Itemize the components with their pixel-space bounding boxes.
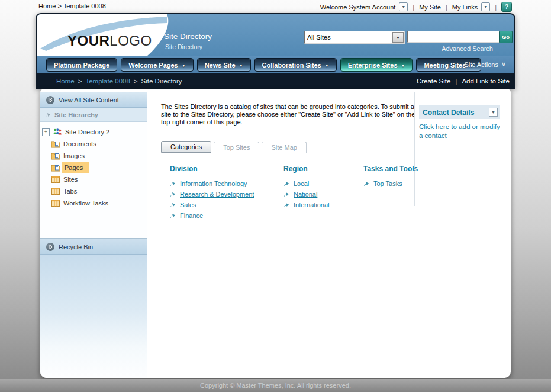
category-link-row: Finance	[170, 210, 254, 221]
view-all-label: View All Site Content	[59, 97, 119, 104]
category-link-row: Local	[283, 178, 330, 189]
top-navigation: Platinum Package Welcome Pages ▼ News Si…	[37, 56, 514, 73]
tab-news-site[interactable]: News Site ▼	[197, 58, 251, 72]
category-link-sales[interactable]: Sales	[180, 201, 196, 208]
site-actions-menu[interactable]: Site Actions ∨	[464, 60, 506, 68]
breadcrumb-current: Site Directory	[141, 78, 182, 85]
search-input[interactable]	[407, 31, 500, 43]
search-scope-value: All Sites	[305, 34, 392, 41]
page-container: YOURLOGO Site Directory Site Directory A…	[36, 13, 515, 378]
breadcrumb-bar: Home > Template 0008 > Site Directory Cr…	[36, 73, 515, 89]
category-link-row: Sales	[170, 200, 254, 210]
site-actions-label: Site Actions	[464, 61, 498, 68]
category-link-research-development[interactable]: Research & Development	[180, 191, 254, 198]
tab-collaboration-sites[interactable]: Collaboration Sites ▼	[254, 58, 337, 72]
tree-item-label[interactable]: Pages	[62, 162, 89, 173]
separator: >	[134, 78, 138, 85]
site-header: YOURLOGO Site Directory Site Directory A…	[37, 14, 514, 56]
tree-item-label[interactable]: Workflow Tasks	[63, 200, 108, 207]
tab-site-map[interactable]: Site Map	[262, 142, 306, 153]
expand-plus-icon[interactable]: +	[42, 128, 50, 136]
tree-item-label[interactable]: Tabs	[63, 188, 77, 195]
list-icon	[51, 199, 60, 207]
tab-categories[interactable]: Categories	[161, 141, 211, 153]
breadcrumb-parent-link[interactable]: Template 0008	[85, 78, 130, 85]
left-sidebar: View All Site Content Site Hierarchy +	[40, 89, 147, 378]
category-link-national[interactable]: National	[294, 191, 317, 198]
tree-item-site-directory-2[interactable]: + Site Directory 2	[40, 126, 147, 138]
directory-tab-strip: Categories Top Sites Site Map	[161, 141, 309, 153]
category-link-information-technology[interactable]: Information Technology	[180, 180, 247, 187]
chevron-down-icon: ▼	[401, 63, 405, 68]
tab-top-sites[interactable]: Top Sites	[214, 142, 259, 153]
page-footer: Copyright © Master Themes, Inc. All righ…	[0, 379, 551, 392]
tab-label: Welcome Pages	[128, 62, 178, 69]
my-links-dropdown-icon[interactable]: ▾	[481, 2, 490, 11]
logo-text-light: LOGO	[109, 33, 152, 49]
tree-item-label[interactable]: Site Directory 2	[65, 128, 109, 136]
tree-item-pages[interactable]: Pages	[40, 162, 147, 173]
site-hierarchy-label: Site Hierarchy	[54, 111, 98, 118]
tree-item-label[interactable]: Documents	[63, 140, 96, 147]
tab-enterprise-sites[interactable]: Enterprise Sites ▼	[340, 58, 413, 72]
separator: |	[411, 4, 415, 11]
tree-item-images[interactable]: Images	[40, 150, 147, 162]
category-link-row: Top Tasks	[363, 178, 418, 189]
advanced-search-link[interactable]: Advanced Search	[442, 45, 493, 52]
column-region: Region Local National International	[283, 165, 330, 210]
double-chevron-down-icon	[46, 96, 54, 104]
tree-item-sites[interactable]: Sites	[40, 173, 147, 185]
separator: >	[78, 78, 82, 85]
category-link-international[interactable]: International	[294, 201, 330, 208]
folder-icon	[51, 163, 60, 172]
page-title: Site Directory	[164, 32, 212, 41]
chevron-down-icon: ▼	[182, 63, 186, 68]
category-link-row: Information Technology	[170, 178, 254, 189]
search-scope-select[interactable]: All Sites ▼	[304, 31, 405, 44]
tree-item-label[interactable]: Sites	[63, 176, 78, 183]
page-subtitle: Site Directory	[165, 43, 202, 50]
contact-details-webpart: Contact Details ▾ Click here to add or m…	[419, 105, 500, 140]
page-actions: Create Site | Add Link to Site	[417, 78, 510, 85]
add-link-to-site-link[interactable]: Add Link to Site	[462, 78, 510, 85]
search-go-button[interactable]: Go	[499, 31, 513, 43]
global-breadcrumb[interactable]: Home > Template 0008	[38, 2, 106, 9]
category-link-finance[interactable]: Finance	[180, 212, 203, 219]
copyright-text: Copyright © Master Themes, Inc. All righ…	[200, 382, 351, 389]
sidebar-background	[40, 255, 147, 378]
tree-item-documents[interactable]: Documents	[40, 138, 147, 150]
company-logo[interactable]: YOURLOGO	[67, 33, 152, 49]
my-site-link[interactable]: My Site	[419, 4, 441, 11]
add-modify-contact-link[interactable]: Click here to add or modify a contact	[419, 123, 500, 140]
chevron-down-icon: ▼	[325, 63, 329, 68]
scope-dropdown-icon[interactable]: ▼	[392, 32, 404, 43]
contact-details-title: Contact Details	[423, 108, 489, 117]
tab-platinum-package[interactable]: Platinum Package	[46, 58, 117, 72]
tree-item-workflow-tasks[interactable]: Workflow Tasks	[40, 197, 147, 209]
category-link-top-tasks[interactable]: Top Tasks	[373, 180, 402, 187]
help-icon[interactable]: ?	[501, 2, 512, 12]
view-all-site-content-link[interactable]: View All Site Content	[40, 92, 147, 108]
tree-item-tabs[interactable]: Tabs	[40, 185, 147, 197]
recycle-bin-link[interactable]: Recycle Bin	[40, 239, 147, 255]
category-link-local[interactable]: Local	[294, 180, 309, 187]
tab-welcome-pages[interactable]: Welcome Pages ▼	[121, 58, 194, 72]
create-site-link[interactable]: Create Site	[417, 78, 451, 85]
tab-label: Enterprise Sites	[348, 62, 398, 69]
webpart-menu-icon[interactable]: ▾	[489, 108, 498, 117]
header-block: YOURLOGO Site Directory Site Directory A…	[36, 13, 515, 89]
breadcrumb-home-link[interactable]: Home	[56, 78, 75, 85]
my-links-menu[interactable]: My Links	[452, 4, 478, 11]
account-dropdown-icon[interactable]: ▾	[399, 2, 408, 11]
people-icon	[53, 128, 62, 136]
arrow-bullet-icon	[283, 202, 289, 208]
arrow-bullet-icon	[170, 213, 176, 219]
list-icon	[51, 187, 60, 195]
arrow-bullet-icon	[45, 112, 51, 118]
tree-item-label[interactable]: Images	[63, 152, 85, 159]
content-card: View All Site Content Site Hierarchy +	[40, 89, 511, 378]
arrow-bullet-icon	[363, 181, 369, 187]
welcome-account-menu[interactable]: Welcome System Account	[320, 4, 396, 11]
site-hierarchy-header[interactable]: Site Hierarchy	[40, 108, 147, 122]
nav-tab-strip: Platinum Package Welcome Pages ▼ News Si…	[46, 58, 481, 72]
